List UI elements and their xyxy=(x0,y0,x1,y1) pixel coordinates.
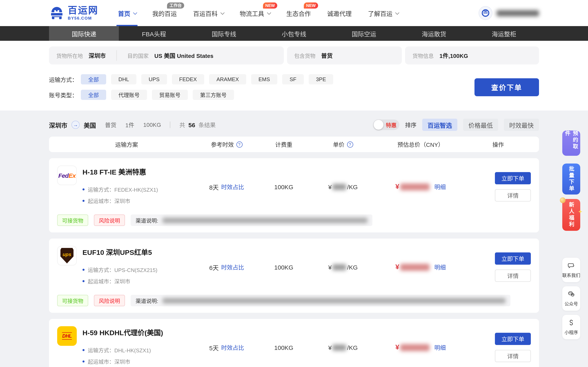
transport-option-all[interactable]: 全部 xyxy=(81,74,106,84)
col-header-action: 操作 xyxy=(466,140,531,149)
user-account[interactable] xyxy=(479,6,539,20)
nav-logistics-tools[interactable]: 物流工具 NEW xyxy=(240,0,270,26)
nav-about[interactable]: 了解百运 xyxy=(368,0,398,26)
avatar[interactable] xyxy=(479,6,493,20)
site-logo[interactable]: 百运网 BY56.COM xyxy=(49,5,98,21)
summary-origin: 深圳市 xyxy=(49,120,67,129)
origin-field[interactable]: 货物所在地 深圳市 xyxy=(56,51,106,59)
sort-fastest[interactable]: 时效最快 xyxy=(504,119,539,131)
results-table-header: 运输方案 参考时效 ? 计费重 单价 ? 预估总价（CNY） 操作 xyxy=(49,137,539,152)
details-button[interactable]: 详情 xyxy=(495,189,531,201)
tab-sea-lcl[interactable]: 海运散货 xyxy=(399,26,469,41)
dhl-logo: DHL xyxy=(57,326,77,346)
wechat-icon xyxy=(568,290,575,298)
promo-toggle[interactable]: 特惠 xyxy=(373,119,399,130)
acceptable-cargo-tag[interactable]: 可接货物 xyxy=(57,215,88,226)
order-now-button[interactable]: 立即下单 xyxy=(495,333,531,345)
transport-option-ups[interactable]: UPS xyxy=(141,74,167,84)
miniprogram-icon xyxy=(568,319,575,326)
aging-ratio-link[interactable]: 时效占比 xyxy=(221,343,244,351)
chat-icon xyxy=(568,262,575,269)
order-now-button[interactable]: 立即下单 xyxy=(495,172,531,184)
mini-program-button[interactable]: 小程序 xyxy=(562,315,580,339)
price-detail-link[interactable]: 明细 xyxy=(434,263,446,271)
newbie-benefits-button[interactable]: 新人福利 xyxy=(562,199,580,231)
nav-my-baiyun[interactable]: 我的百运 工作台 xyxy=(152,0,177,26)
service-tabbar: 国际快递 FBA头程 国际专线 小包专线 国际空运 海运散货 海运整柜 xyxy=(0,26,588,41)
pickup-appointment-button[interactable]: 预约取件 xyxy=(562,131,580,156)
sort-smart-select[interactable]: 百运智选 xyxy=(422,119,457,131)
account-option-agent[interactable]: 代理账号 xyxy=(111,90,147,100)
chevron-down-icon xyxy=(395,10,399,15)
logo-name: 百运网 xyxy=(68,6,98,15)
account-filter-row: 账号类型： 全部 代理账号 贸易账号 第三方账号 xyxy=(49,90,475,100)
unit-suffix: /KG xyxy=(347,183,358,190)
aging-days: 8天 xyxy=(209,183,219,191)
aging-ratio-link[interactable]: 时效占比 xyxy=(221,263,244,271)
origin-label: 货物所在地 xyxy=(56,52,83,59)
nav-eco-cooperation[interactable]: 生态合作 NEW xyxy=(286,0,311,26)
quote-card-dhl: DHL H-59 HKDHL代理价(美国) 运输方式：DHL-HK(SZX1) … xyxy=(49,319,539,367)
nav-invite-agent[interactable]: 诚邀代理 xyxy=(327,0,352,26)
tab-air-freight[interactable]: 国际空运 xyxy=(329,26,399,41)
details-button[interactable]: 详情 xyxy=(495,269,531,282)
official-account-button[interactable]: 公众号 xyxy=(562,286,580,311)
account-option-trade[interactable]: 贸易账号 xyxy=(152,90,188,100)
col-header-aging: 参考时效 xyxy=(211,140,234,149)
aging-ratio-link[interactable]: 时效占比 xyxy=(221,183,244,191)
transport-option-sf[interactable]: SF xyxy=(282,74,303,84)
nav-home[interactable]: 首页 xyxy=(118,0,136,26)
cargo-type-field[interactable]: 包含货物 普货 xyxy=(287,47,402,64)
transport-option-ems[interactable]: EMS xyxy=(251,74,277,84)
new-badge: NEW xyxy=(303,2,318,8)
price-detail-link[interactable]: 明细 xyxy=(434,183,446,191)
aging-days: 6天 xyxy=(209,263,219,271)
transport-option-fedex[interactable]: FEDEX xyxy=(172,74,204,84)
cargo-info-label: 货物信息 xyxy=(413,52,434,59)
transport-option-3pe[interactable]: 3PE xyxy=(309,74,333,84)
billing-weight: 100KG xyxy=(274,183,293,190)
unit-price-blurred xyxy=(333,184,346,190)
order-now-button[interactable]: 立即下单 xyxy=(495,252,531,265)
risk-note-tag[interactable]: 风险说明 xyxy=(94,295,125,306)
transport-option-dhl[interactable]: DHL xyxy=(111,74,136,84)
risk-note-tag[interactable]: 风险说明 xyxy=(94,215,125,226)
account-option-thirdparty[interactable]: 第三方账号 xyxy=(193,90,234,100)
quote-order-button[interactable]: 查价下单 xyxy=(475,78,539,96)
main-nav: 首页 我的百运 工作台 百运百科 物流工具 NEW 生态合作 NEW 诚邀代理 … xyxy=(118,0,398,26)
tab-intl-express[interactable]: 国际快递 xyxy=(49,26,119,41)
transport-option-aramex[interactable]: ARAMEX xyxy=(209,74,246,84)
sort-lowest-price[interactable]: 价格最低 xyxy=(463,119,498,131)
username-blurred xyxy=(497,10,539,16)
help-icon[interactable]: ? xyxy=(236,141,242,147)
toggle-knob[interactable] xyxy=(374,120,383,130)
transport-filter-label: 运输方式： xyxy=(49,75,81,83)
search-filter-section: 货物所在地 深圳市 目的国家 US 美国 United States 包含货物 … xyxy=(0,41,588,110)
avatar-logo-icon xyxy=(481,9,490,17)
unit-currency: ¥ xyxy=(328,264,332,271)
col-header-weight: 计费重 xyxy=(257,140,310,149)
plan-title: H-59 HKDHL代理价(美国) xyxy=(82,327,163,337)
account-filter-label: 账号类型： xyxy=(49,91,81,99)
col-header-unit-price: 单价 xyxy=(333,140,345,149)
tab-intl-line[interactable]: 国际专线 xyxy=(189,26,259,41)
cargo-info-field[interactable]: 货物信息 1件,100KG xyxy=(405,47,539,64)
acceptable-cargo-tag[interactable]: 可接货物 xyxy=(57,295,88,306)
help-icon[interactable]: ? xyxy=(347,141,353,147)
summary-cargo: 普货 xyxy=(105,121,116,129)
destination-field[interactable]: 目的国家 US 美国 United States xyxy=(127,51,213,59)
contact-us-button[interactable]: 联系我们 xyxy=(562,258,580,282)
tab-fba[interactable]: FBA头程 xyxy=(119,26,189,41)
nav-wiki[interactable]: 百运百科 xyxy=(193,0,223,26)
billing-weight: 100KG xyxy=(274,264,293,271)
account-option-all[interactable]: 全部 xyxy=(81,90,106,100)
tab-small-packet[interactable]: 小包专线 xyxy=(259,26,329,41)
workbench-badge: 工作台 xyxy=(167,2,184,8)
bullet-icon xyxy=(82,188,85,191)
details-button[interactable]: 详情 xyxy=(495,350,531,362)
plan-transport: 运输方式：FEDEX-HK(SZX1) xyxy=(88,185,158,193)
tab-sea-fcl[interactable]: 海运整柜 xyxy=(469,26,539,41)
price-detail-link[interactable]: 明细 xyxy=(434,343,446,351)
quote-card-ups: ups EUF10 深圳UPS红单5 运输方式：UPS-CN(SZX215) 起… xyxy=(49,239,539,313)
batch-order-button[interactable]: 批量下单 xyxy=(562,164,580,194)
